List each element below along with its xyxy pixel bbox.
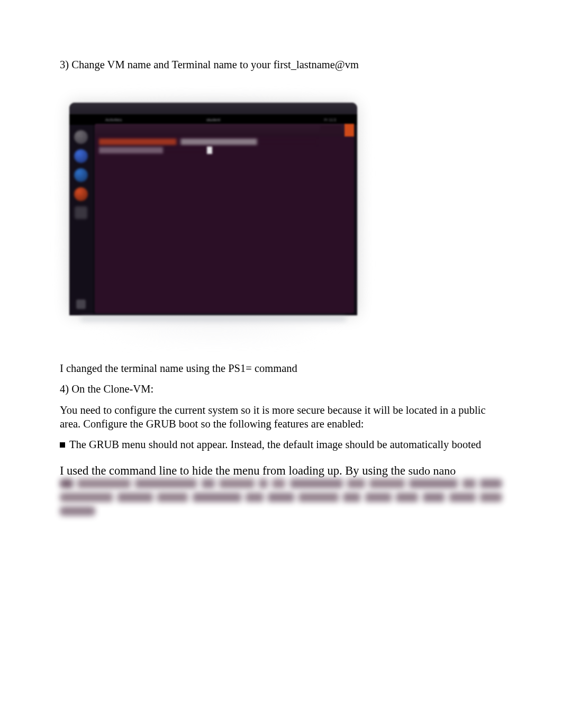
terminal-output-line-2	[99, 147, 205, 153]
dock-files-icon	[74, 130, 88, 144]
vm-desktop: Activities student Fr 11:3	[69, 103, 357, 315]
bullet-square-icon	[60, 442, 65, 448]
top-bar-center: student	[206, 117, 220, 122]
terminal-output-line-1	[99, 139, 317, 145]
answer-4-prefix: I used the command line to hide the menu…	[60, 464, 405, 477]
question-4-heading: 4) On the Clone-VM:	[60, 383, 502, 396]
answer-4-command: sudo nano	[405, 464, 456, 477]
dock-app-icon-4	[75, 206, 87, 219]
question-4-bullet-text: The GRUB menu should not appear. Instead…	[69, 438, 481, 452]
dock-app-icon-3	[74, 187, 88, 201]
terminal-close-icon	[345, 124, 354, 136]
terminal-cursor	[207, 147, 212, 154]
answer-4-hidden-block	[60, 479, 502, 516]
dock-app-icon	[74, 149, 88, 163]
terminal-window-controls	[320, 126, 341, 133]
blurred-text-line	[60, 493, 502, 502]
screenshot-bottom-glow	[81, 316, 346, 322]
dock-app-icon-2	[74, 168, 88, 182]
terminal-titlebar	[95, 124, 354, 136]
question-4-bullet-row: The GRUB menu should not appear. Instead…	[60, 438, 502, 452]
vm-window-titlebar	[69, 103, 357, 114]
vm-top-bar: Activities student Fr 11:3	[69, 114, 357, 125]
answer-3-text: I changed the terminal name using the PS…	[60, 362, 502, 376]
vm-screenshot: Activities student Fr 11:3	[65, 97, 361, 341]
blurred-text-line	[60, 506, 95, 516]
activities-label: Activities	[105, 117, 122, 122]
question-3-heading: 3) Change VM name and Terminal name to y…	[60, 58, 502, 72]
answer-4-visible-line: I used the command line to hide the menu…	[60, 462, 502, 479]
blurred-text-line	[60, 479, 502, 488]
document-page: 3) Change VM name and Terminal name to y…	[0, 0, 562, 547]
dock-apps-grid-icon	[76, 299, 86, 309]
question-4-body: You need to configure the current system…	[60, 404, 502, 431]
terminal-window	[95, 124, 354, 313]
vm-dock	[69, 125, 93, 315]
top-bar-clock: Fr 11:3	[324, 117, 336, 121]
